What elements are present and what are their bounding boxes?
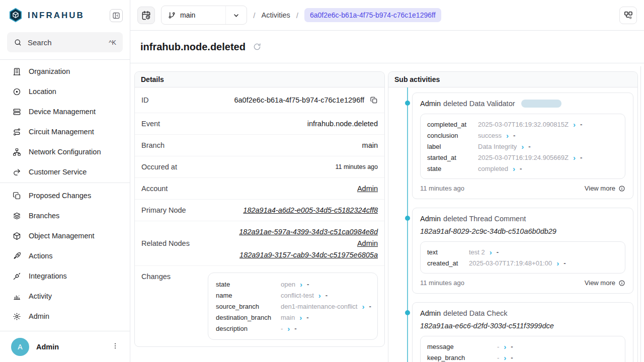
chevron-right-icon: ›: [490, 248, 492, 256]
brand-name: INFRAHUB: [28, 11, 85, 21]
property-row-destination-branch: destination_branch main › -: [216, 312, 370, 323]
sidebar-item-label: Organization: [29, 67, 70, 75]
search-input[interactable]: Search ^K: [7, 32, 123, 52]
calendar-clock-icon: [141, 11, 151, 20]
breadcrumb-activity-id[interactable]: 6a0f2e6c-b61a-4f75-b974-c76c1e1296ff: [304, 8, 441, 22]
sidebar-item-label: Location: [29, 87, 56, 96]
app-window: INFRAHUB Search ^K Organization Locatio: [0, 0, 644, 362]
sidebar-item-admin[interactable]: Admin: [0, 306, 130, 326]
detail-row-changes: Changes state open › - name conflict-tes…: [135, 266, 384, 346]
breadcrumb-activities[interactable]: Activities: [262, 11, 290, 19]
chevron-right-icon: ›: [573, 154, 576, 161]
activity-time: 11 minutes ago: [420, 279, 464, 287]
activity-time: 11 minutes ago: [420, 185, 464, 192]
sidebar-item-label: Proposed Changes: [29, 192, 91, 200]
activity-properties: completed_at 2025-03-07T16:19:32.090815Z…: [420, 114, 625, 179]
sidebar-item-actions[interactable]: Actions: [0, 246, 130, 266]
building-icon: [13, 67, 21, 76]
detail-label: ID: [141, 96, 149, 104]
branch-selector[interactable]: main: [161, 6, 247, 25]
sidebar-item-device-management[interactable]: Device Management: [0, 102, 130, 122]
related-node-link[interactable]: 182a91a9-3157-cab9-34dc-c51975e6805a: [239, 251, 378, 259]
activity-footer: 11 minutes ago View more: [420, 185, 625, 192]
changes-box: state open › - name conflict-test › -: [208, 273, 378, 340]
chevron-right-icon: ›: [300, 281, 302, 288]
content-area: Details ID 6a0f2e6c-b61a-4f75-b974-c76c1…: [130, 63, 644, 362]
schema-visualizer-button[interactable]: [619, 7, 637, 24]
detail-label: Primary Node: [141, 206, 186, 214]
detail-row-id: ID 6a0f2e6c-b61a-4f75-b974-c76c1e1296ff: [135, 87, 384, 113]
sidebar-item-customer-service[interactable]: Customer Service: [0, 162, 130, 182]
sidebar-item-activity[interactable]: Activity: [0, 286, 130, 306]
sub-activities-panel: Sub activities Admin deleted Data Valida…: [388, 71, 638, 362]
sidebar-group-main: Proposed Changes Branches Object Managem…: [0, 183, 130, 331]
sidebar: INFRAHUB Search ^K Organization Locatio: [0, 0, 130, 362]
chevron-right-icon: ›: [504, 343, 506, 350]
sidebar-group-schema: Organization Location Device Management …: [0, 60, 130, 183]
location-icon: [13, 87, 21, 96]
detail-value-event: infrahub.node.deleted: [307, 120, 378, 128]
server-icon: [13, 108, 21, 116]
sidebar-item-organization[interactable]: Organization: [0, 61, 130, 81]
network-icon: [13, 148, 21, 156]
property-row-message: message - › -: [427, 341, 618, 352]
scrollbar-track[interactable]: [640, 66, 641, 362]
cube-icon: [13, 232, 21, 240]
sidebar-item-branches[interactable]: Branches: [0, 206, 130, 226]
property-row-keep-branch: keep_branch - › -: [427, 352, 618, 362]
related-node-link[interactable]: 182a91ae-597a-4399-34d3-c51ca0984e8d: [239, 228, 378, 236]
sidebar-item-circuit-management[interactable]: Circuit Management: [0, 122, 130, 142]
activity-card-data-validator: Admin deleted Data Validator completed_a…: [412, 93, 633, 199]
view-more-button[interactable]: View more: [585, 185, 625, 192]
timeline-dot: [405, 216, 410, 221]
activity-object-id: 182a91aa-e6c6-d2fd-303d-c511f3999dce: [420, 322, 625, 330]
sidebar-item-object-management[interactable]: Object Management: [0, 226, 130, 246]
avatar: A: [11, 338, 29, 356]
account-link[interactable]: Admin: [357, 185, 378, 193]
sidebar-item-label: Admin: [29, 312, 49, 320]
details-panel: Details ID 6a0f2e6c-b61a-4f75-b974-c76c1…: [134, 71, 385, 347]
chevron-right-icon: ›: [504, 354, 506, 361]
branch-name: main: [180, 11, 195, 19]
sidebar-item-proposed-changes[interactable]: Proposed Changes: [0, 186, 130, 206]
activity-footer: 11 minutes ago View more: [420, 279, 625, 287]
property-row-name: name conflict-test › -: [216, 290, 370, 301]
rocket-icon: [13, 252, 21, 260]
sidebar-item-label: Customer Service: [29, 168, 87, 176]
detail-value-id: 6a0f2e6c-b61a-4f75-b974-c76c1e1296ff: [234, 96, 364, 104]
detail-label: Changes: [141, 273, 171, 281]
detail-value-occured-at: 11 minutes ago: [335, 163, 378, 170]
sidebar-item-integrations[interactable]: Integrations: [0, 266, 130, 286]
layers-icon: [13, 212, 21, 220]
user-menu: A Admin: [0, 331, 130, 362]
sub-activities-timeline: Admin deleted Data Validator completed_a…: [388, 87, 637, 362]
timeline-line: [407, 87, 408, 362]
copy-button[interactable]: [370, 96, 378, 104]
sidebar-item-label: Object Management: [29, 232, 95, 240]
breadcrumb-separator: /: [296, 11, 298, 20]
view-more-button[interactable]: View more: [585, 279, 625, 287]
page-title: infrahub.node.deleted: [140, 41, 246, 53]
sidebar-item-network-configuration[interactable]: Network Configuration: [0, 142, 130, 162]
activity-title: Admin deleted Thread Comment: [420, 215, 625, 223]
property-row-started-at: started_at 2025-03-07T16:19:24.905669Z ›…: [427, 152, 618, 163]
chevron-right-icon: ›: [287, 325, 290, 332]
refresh-button[interactable]: [253, 42, 262, 51]
chevron-right-icon: ›: [506, 132, 509, 139]
sidebar-item-location[interactable]: Location: [0, 81, 130, 102]
search-icon: [14, 38, 22, 47]
collapse-sidebar-button[interactable]: [110, 9, 123, 22]
chevron-right-icon: ›: [318, 292, 321, 299]
chevron-down-icon: [225, 6, 247, 24]
related-node-link[interactable]: Admin: [357, 239, 378, 247]
primary-node-link[interactable]: 182a91a4-a6d2-e005-34d5-c5182324cff8: [243, 206, 378, 214]
panel-left-icon: [112, 12, 120, 20]
detail-row-account: Account Admin: [135, 178, 384, 200]
copy-icon: [370, 96, 378, 104]
kebab-icon: [111, 342, 119, 351]
gear-icon: [13, 312, 21, 321]
main-area: main / Activities / 6a0f2e6c-b61a-4f75-b…: [130, 0, 644, 362]
time-travel-button[interactable]: [137, 7, 155, 24]
activity-properties: message - › - keep_branch - › -: [420, 336, 625, 362]
user-menu-button[interactable]: [110, 341, 121, 352]
